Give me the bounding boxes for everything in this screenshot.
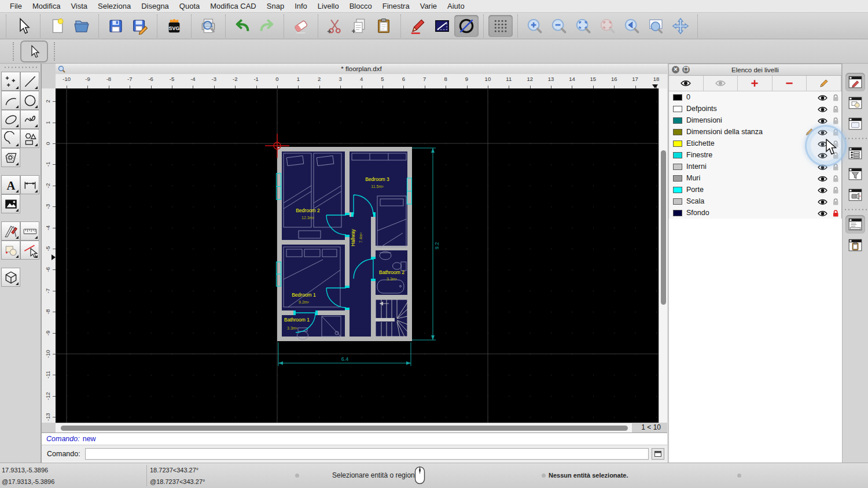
zoom-pan-button[interactable] (668, 15, 693, 37)
zoom-window-button[interactable] (644, 15, 668, 37)
copy-button[interactable] (347, 15, 372, 37)
menu-seleziona[interactable]: Seleziona (93, 2, 136, 10)
hruler-label: 0 (270, 76, 285, 82)
vertical-scrollbar[interactable] (659, 88, 667, 423)
layer-row-muri[interactable]: Muri (669, 172, 841, 184)
draw-hatch-button[interactable] (1, 148, 20, 167)
command-history-dock-button[interactable] (845, 215, 865, 234)
layer-visibility-eye-icon[interactable] (818, 175, 827, 182)
layer-row-sfondo[interactable]: Sfondo (669, 207, 841, 219)
menu-livello[interactable]: Livello (312, 2, 344, 10)
menu-snap[interactable]: Snap (262, 2, 289, 10)
add-layer-button[interactable] (738, 76, 773, 91)
measure-tools-button[interactable] (20, 221, 39, 241)
zoom-in-button[interactable] (523, 15, 547, 37)
menu-blocco[interactable]: Blocco (344, 2, 377, 10)
layer-row-porte[interactable]: Porte (669, 184, 841, 195)
view-list-dock-button[interactable] (845, 144, 865, 162)
view-3d-button[interactable] (1, 268, 20, 287)
cut-button[interactable] (323, 15, 347, 37)
selection-pointer-tool-button[interactable] (20, 40, 48, 62)
layer-visibility-eye-icon[interactable] (818, 117, 827, 124)
layer-row-0[interactable]: 0 (669, 91, 841, 103)
document-titlebar[interactable]: * floorplan.dxf (56, 64, 667, 75)
layer-lock-icon[interactable] (832, 197, 839, 205)
command-input[interactable] (85, 448, 649, 460)
modify-tools-button[interactable] (1, 221, 20, 241)
insert-image-button[interactable] (1, 194, 20, 213)
layer-visibility-eye-icon[interactable] (818, 94, 827, 101)
select-entity-button[interactable] (20, 241, 39, 260)
draw-sketch-button[interactable] (406, 15, 430, 37)
menu-disegna[interactable]: Disegna (136, 2, 174, 10)
save-as-button[interactable] (128, 15, 152, 37)
menu-aiuto[interactable]: Aiuto (442, 2, 470, 10)
layer-lock-icon[interactable] (832, 105, 839, 113)
menu-modifica-cad[interactable]: Modifica CAD (205, 2, 261, 10)
menu-finestra[interactable]: Finestra (377, 2, 415, 10)
layer-lock-icon[interactable] (832, 209, 839, 217)
construction-mode-button[interactable] (454, 15, 479, 37)
save-document-button[interactable] (104, 15, 128, 37)
menu-file[interactable]: File (5, 2, 27, 10)
zoom-auto-button[interactable] (571, 15, 595, 37)
redo-button[interactable] (255, 15, 279, 37)
bounding-box-button[interactable] (430, 15, 454, 37)
show-all-layers-button[interactable] (669, 76, 704, 91)
library-browser-dock-button[interactable] (845, 114, 865, 133)
block-tools-button[interactable] (1, 241, 20, 260)
undo-button[interactable] (230, 15, 255, 37)
light-view-dock-button[interactable] (845, 186, 865, 204)
svg-export-button[interactable]: SVG (162, 15, 186, 37)
draw-dimension-button[interactable] (20, 175, 39, 194)
draw-spline-button[interactable] (20, 110, 39, 129)
draw-shapes-button[interactable] (20, 129, 39, 148)
menu-varie[interactable]: Varie (415, 2, 442, 10)
block-browser-dock-button[interactable] (845, 94, 865, 112)
new-document-button[interactable] (45, 15, 69, 37)
layer-row-scala[interactable]: Scala (669, 195, 841, 207)
menu-modifica[interactable]: Modifica (27, 2, 65, 10)
print-preview-button[interactable] (196, 15, 220, 37)
zoom-out-button[interactable] (547, 15, 571, 37)
remove-layer-button[interactable] (773, 76, 807, 91)
layer-visibility-eye-icon[interactable] (818, 198, 827, 205)
menu-quota[interactable]: Quota (174, 2, 205, 10)
hide-all-layers-button[interactable] (704, 76, 738, 91)
layer-visibility-eye-icon[interactable] (818, 186, 827, 194)
draw-arc-button[interactable] (1, 91, 20, 110)
palette-drag-handle[interactable] (3, 66, 37, 68)
layer-lock-icon[interactable] (832, 93, 839, 101)
draw-circle-button[interactable] (20, 91, 39, 110)
grid-toggle-button[interactable] (488, 15, 513, 37)
menu-info[interactable]: Info (289, 2, 312, 10)
selection-filter-dock-button[interactable] (845, 165, 865, 183)
draw-line-button[interactable] (20, 72, 39, 91)
menu-vista[interactable]: Vista (65, 2, 93, 10)
open-document-button[interactable] (69, 15, 94, 37)
zoom-previous-button[interactable] (620, 15, 644, 37)
delete-entities-button[interactable] (289, 15, 313, 37)
selection-pointer-button[interactable] (11, 15, 35, 37)
property-editor-dock-button[interactable] (845, 73, 865, 91)
draw-text-button[interactable]: A (1, 175, 20, 194)
layer-lock-icon[interactable] (832, 174, 839, 182)
clipboard-viewer-dock-button[interactable] (845, 236, 865, 254)
layer-lock-icon[interactable] (832, 116, 839, 124)
horizontal-scrollbar[interactable] (56, 423, 632, 432)
draw-polyline-button[interactable] (1, 129, 20, 148)
edit-layer-button[interactable] (807, 76, 841, 91)
layer-row-defpoints[interactable]: Defpoints (669, 103, 841, 114)
layer-visibility-eye-icon[interactable] (818, 209, 827, 217)
layer-visibility-eye-icon[interactable] (818, 105, 827, 113)
draw-ellipse-button[interactable] (1, 110, 20, 129)
layer-lock-icon[interactable] (832, 186, 839, 194)
zoom-selection-button[interactable] (595, 15, 620, 37)
paste-button[interactable] (372, 15, 396, 37)
layer-row-dimensioni[interactable]: Dimensioni (669, 114, 841, 126)
command-detach-button[interactable] (652, 448, 664, 460)
drawing-canvas[interactable]: 9.2 6.4 (56, 88, 659, 423)
add-points-button[interactable] (1, 72, 20, 91)
vertical-scrollbar-thumb[interactable] (661, 150, 666, 305)
horizontal-scrollbar-thumb[interactable] (61, 426, 628, 431)
